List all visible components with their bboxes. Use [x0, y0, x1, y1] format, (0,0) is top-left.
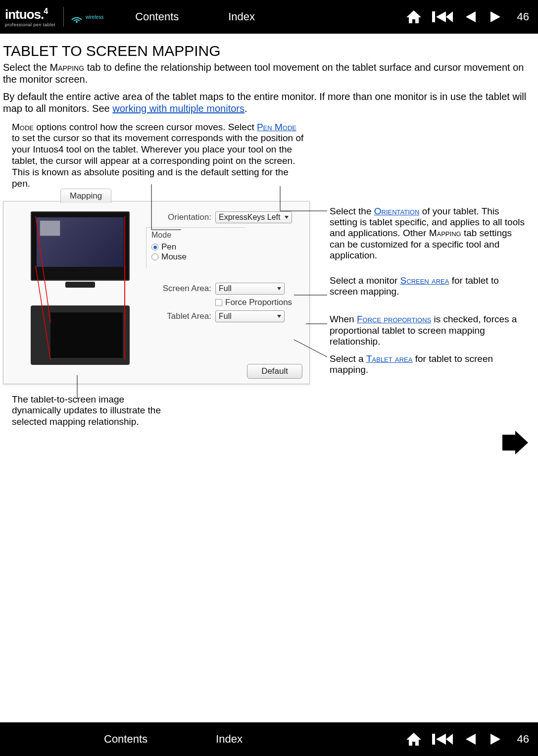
figure-area: Mode options control how the screen curs… [3, 122, 532, 399]
wireless-indicator: wireless [70, 10, 103, 24]
orientation-callout: Select the Orientation of your tablet. T… [330, 206, 528, 261]
footer-page-number: 46 [517, 733, 529, 746]
text: Select a monitor [330, 275, 400, 286]
text: . [245, 103, 247, 114]
intro-para-2: By default the entire active area of the… [3, 91, 532, 115]
text-smallcaps: Mapping [50, 62, 85, 73]
logo-main: intuos.4 [5, 7, 48, 22]
prev-page-icon[interactable] [462, 9, 479, 24]
next-page-icon[interactable] [488, 9, 504, 24]
screen-area-link[interactable]: Screen area [400, 275, 449, 286]
svg-rect-6 [432, 734, 435, 745]
next-page-large-arrow[interactable] [500, 431, 529, 454]
prev-page-icon[interactable] [462, 732, 479, 747]
text: By default the entire active area of the… [3, 91, 526, 114]
screen-area-callout: Select a monitor Screen area for tablet … [330, 275, 528, 298]
text: Select the [330, 206, 374, 216]
page-number: 46 [517, 10, 529, 23]
first-page-icon[interactable] [431, 732, 453, 747]
top-header-bar: intuos.4 professional pen tablet wireles… [0, 0, 538, 34]
multiple-monitors-link[interactable]: working with multiple monitors [112, 103, 245, 114]
bottom-footer-bar: Contents Index 46 [0, 722, 538, 756]
divider [63, 7, 64, 27]
page-content: TABLET TO SCREEN MAPPING Select the Mapp… [0, 34, 538, 399]
wireless-label: wireless [86, 14, 103, 20]
footer-index-link[interactable]: Index [216, 733, 243, 746]
logo-text: intuos. [5, 7, 44, 22]
force-proportions-callout: When Force proportions is checked, force… [330, 314, 528, 347]
logo: intuos.4 professional pen tablet [5, 7, 55, 27]
home-icon[interactable] [405, 732, 422, 747]
logo-suffix: 4 [44, 7, 48, 15]
logo-subtitle: professional pen tablet [5, 22, 55, 27]
wifi-icon [70, 10, 84, 24]
index-link[interactable]: Index [228, 10, 255, 23]
right-callouts: Select the Orientation of your tablet. T… [330, 206, 528, 390]
next-page-icon[interactable] [488, 732, 504, 747]
home-icon[interactable] [405, 9, 422, 24]
tablet-area-callout: Select a Tablet area for tablet to scree… [330, 353, 528, 376]
text: Select the [3, 62, 50, 73]
footer-contents-link[interactable]: Contents [104, 733, 147, 746]
orientation-link[interactable]: Orientation [374, 206, 420, 216]
svg-rect-1 [432, 11, 435, 22]
footer-nav-icon-group: 46 [405, 732, 529, 747]
svg-point-0 [76, 21, 78, 23]
image-update-note: The tablet-to-screen image dynamically u… [12, 394, 170, 428]
force-proportions-link[interactable]: Force proportions [357, 314, 431, 324]
callout-lines [3, 122, 340, 399]
tablet-area-link[interactable]: Tablet area [366, 353, 412, 364]
first-page-icon[interactable] [431, 9, 453, 24]
text: When [330, 314, 357, 324]
page-title: TABLET TO SCREEN MAPPING [3, 43, 532, 59]
text: Select a [330, 353, 366, 364]
text-smallcaps: Mapping [429, 228, 461, 238]
nav-icon-group: 46 [405, 9, 529, 24]
intro-para-1: Select the Mapping tab to define the rel… [3, 61, 532, 86]
contents-link[interactable]: Contents [135, 10, 179, 23]
